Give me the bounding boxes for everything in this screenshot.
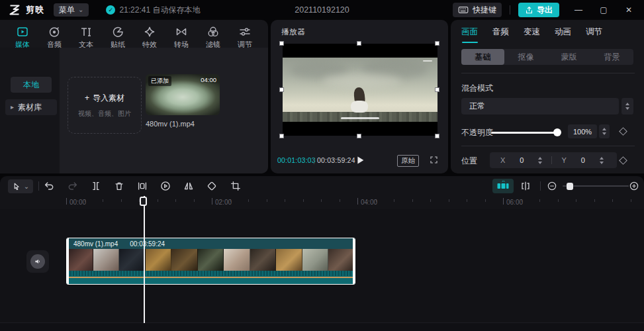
divider xyxy=(461,73,635,73)
inspector-subtabs: 基础 抠像 蒙版 背景 xyxy=(461,49,633,65)
nav-item-material-library[interactable]: ▸ 素材库 xyxy=(5,99,57,115)
tab-picture[interactable]: 画面 xyxy=(461,26,478,43)
rotate-button[interactable] xyxy=(205,179,218,193)
player-title: 播放器 xyxy=(281,26,305,38)
zoom-slider-knob[interactable] xyxy=(567,183,573,190)
undo-button[interactable] xyxy=(42,179,56,193)
tab-speed[interactable]: 变速 xyxy=(524,26,540,43)
menu-button[interactable]: 菜单 ⌄ xyxy=(54,3,89,17)
shortcut-button[interactable]: 快捷键 xyxy=(453,3,502,17)
zoom-out-icon xyxy=(547,181,557,191)
import-media-button[interactable]: + 导入素材 视频、音频、图片 xyxy=(68,77,142,134)
y-stepper[interactable] xyxy=(600,157,604,164)
check-icon: ✓ xyxy=(106,5,115,15)
cursor-icon xyxy=(12,182,21,191)
x-value[interactable]: 0 xyxy=(520,156,524,164)
filmstrip-frame xyxy=(93,249,120,271)
inspector-panel: 画面 音频 变速 动画 调节 基础 抠像 蒙版 背景 混合模式 正常 不透明度 … xyxy=(451,20,644,173)
position-control[interactable]: X 0 Y 0 xyxy=(490,152,617,168)
blend-mode-label: 混合模式 xyxy=(461,83,493,94)
original-quality-button[interactable]: 原始 xyxy=(397,155,419,167)
selection-handle-ml[interactable] xyxy=(279,87,284,92)
tab-audio-settings[interactable]: 音频 xyxy=(492,26,509,43)
delete-button[interactable] xyxy=(113,179,126,193)
ruler-tick xyxy=(357,198,358,205)
opacity-label: 不透明度 xyxy=(461,127,493,138)
redo-button[interactable] xyxy=(66,179,79,193)
player-controls: 00:01:03:03 | 00:03:59:24 原始 xyxy=(271,154,448,168)
subtab-cutout[interactable]: 抠像 xyxy=(504,49,547,65)
selection-handle-mr[interactable] xyxy=(435,87,439,92)
playhead-line[interactable] xyxy=(144,196,145,323)
ruler-tick xyxy=(285,199,285,202)
zoom-in-button[interactable] xyxy=(627,179,641,193)
chevron-down-icon: ⌄ xyxy=(24,185,29,189)
ruler-tick xyxy=(394,199,394,202)
titlebar: 剪映 菜单 ⌄ ✓ 21:22:41 自动保存本地 202110192120 快… xyxy=(0,0,644,20)
filmstrip-frame xyxy=(276,249,302,271)
subtab-background[interactable]: 背景 xyxy=(590,49,633,65)
blend-mode-select[interactable]: 正常 xyxy=(461,98,619,115)
timeline-zoom-slider[interactable] xyxy=(563,185,629,187)
maximize-button[interactable]: ▢ xyxy=(594,0,614,20)
opacity-slider[interactable] xyxy=(491,128,560,136)
video-preview[interactable] xyxy=(283,44,437,136)
ruler-tick xyxy=(175,199,176,202)
fullscreen-button[interactable] xyxy=(429,155,439,167)
selection-handle-bc[interactable] xyxy=(357,134,361,138)
time-separator: | xyxy=(313,156,315,164)
selection-handle-bl[interactable] xyxy=(279,134,284,138)
stepper-down-icon xyxy=(625,107,629,110)
ruler-tick xyxy=(248,199,249,202)
text-icon xyxy=(79,25,93,38)
export-button[interactable]: 导出 xyxy=(518,3,559,17)
selection-handle-tl[interactable] xyxy=(279,41,284,46)
preview-axis-button[interactable] xyxy=(519,179,532,193)
opacity-value[interactable]: 100% xyxy=(568,124,597,138)
ruler-tick xyxy=(66,198,67,205)
media-item[interactable]: 已添加 04:00 480mv (1).mp4 xyxy=(146,74,221,128)
media-filename: 480mv (1).mp4 xyxy=(146,120,221,128)
selection-handle-tr[interactable] xyxy=(435,41,439,46)
reverse-button[interactable] xyxy=(159,179,172,193)
subtab-mask[interactable]: 蒙版 xyxy=(547,49,590,65)
ruler-tick xyxy=(539,199,540,202)
rotate-icon xyxy=(206,180,218,192)
freeze-frame-button[interactable] xyxy=(136,179,149,193)
auto-snap-toggle[interactable] xyxy=(492,179,514,193)
filmstrip-frame xyxy=(224,249,250,271)
ruler-tick xyxy=(103,199,103,202)
media-bin: + 导入素材 视频、音频、图片 已添加 04:00 480mv (1).mp4 xyxy=(60,48,268,173)
blend-mode-stepper[interactable] xyxy=(621,98,633,115)
zoom-out-button[interactable] xyxy=(545,179,559,193)
opacity-stepper[interactable] xyxy=(599,124,610,138)
ruler-tick xyxy=(412,199,413,202)
close-button[interactable]: ✕ xyxy=(619,0,639,20)
crop-button[interactable] xyxy=(229,179,242,193)
video-clip[interactable]: 480mv (1).mp4 00:03:59:24 xyxy=(66,238,355,285)
ruler-tick xyxy=(340,199,340,202)
track-mute-button[interactable] xyxy=(26,250,49,273)
x-stepper[interactable] xyxy=(538,157,542,164)
y-value[interactable]: 0 xyxy=(581,156,585,164)
tab-animation[interactable]: 动画 xyxy=(555,26,571,43)
playhead-handle[interactable] xyxy=(140,197,147,206)
opacity-slider-knob[interactable] xyxy=(553,128,561,136)
media-thumbnail[interactable]: 已添加 04:00 xyxy=(146,74,220,115)
minimize-button[interactable]: — xyxy=(569,0,588,20)
tab-adjustment[interactable]: 调节 xyxy=(586,26,602,43)
play-button[interactable] xyxy=(354,154,366,166)
selection-handle-br[interactable] xyxy=(435,134,439,138)
nav-item-local[interactable]: 本地 xyxy=(11,77,52,93)
timeline-scrollbar[interactable] xyxy=(0,322,644,331)
selection-handle-tc[interactable] xyxy=(357,41,361,46)
opacity-keyframe-icon[interactable] xyxy=(619,127,627,136)
subtab-basic[interactable]: 基础 xyxy=(461,49,504,65)
timeline-ruler[interactable]: 00:0002:0004:0006:00 xyxy=(0,196,644,209)
split-button[interactable] xyxy=(89,179,103,193)
position-keyframe-icon[interactable] xyxy=(619,156,627,165)
zoom-in-icon xyxy=(629,181,639,191)
filter-icon xyxy=(207,25,220,38)
mirror-button[interactable] xyxy=(182,179,195,193)
select-tool-button[interactable]: ⌄ xyxy=(8,179,33,193)
